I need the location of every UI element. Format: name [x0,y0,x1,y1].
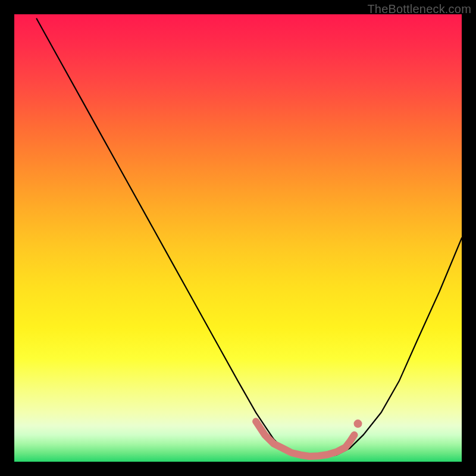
highlight-segment [256,421,354,456]
chart-frame: TheBottleneck.com [0,0,476,476]
watermark-text: TheBottleneck.com [367,2,471,16]
plot-area [14,14,462,462]
bottleneck-curve [37,19,462,458]
highlight-dot [354,419,362,428]
curve-layer [14,14,462,462]
